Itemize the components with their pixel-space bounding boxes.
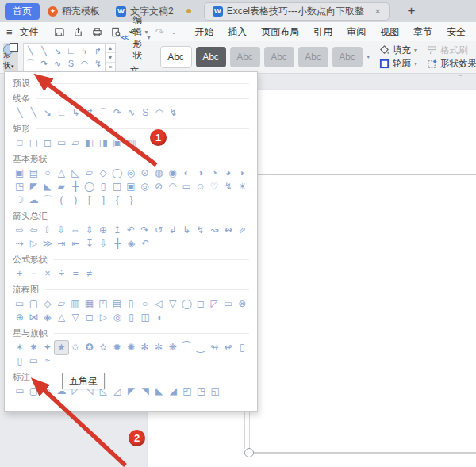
shape-option[interactable]: ⊕ — [96, 224, 110, 237]
shape-option[interactable]: ≫ — [40, 237, 55, 251]
shape-option[interactable]: ↺ — [152, 224, 166, 237]
shape-option[interactable]: ◨ — [97, 136, 111, 150]
shape-option[interactable]: ▣ — [110, 136, 125, 150]
shape-option[interactable]: ☽ — [13, 193, 27, 207]
shape-option[interactable]: ✻ — [138, 341, 152, 354]
shape-option[interactable]: − — [27, 267, 41, 281]
shape-option[interactable]: ◑ — [194, 167, 208, 180]
shape-option[interactable]: ▭ — [13, 385, 27, 398]
shape-option[interactable]: ◻ — [194, 297, 208, 311]
shape-option[interactable]: ▭ — [221, 297, 236, 311]
shape-option[interactable]: ↷ — [138, 224, 152, 237]
shape-option[interactable]: ✩ — [68, 341, 83, 354]
shape-option[interactable]: ↶ — [124, 224, 138, 237]
shape-option[interactable]: ╲ — [27, 106, 41, 120]
shape-option[interactable]: ⊘ — [152, 180, 166, 193]
shape-option[interactable]: ↲ — [166, 224, 180, 237]
shape-option[interactable]: ◤ — [125, 385, 139, 398]
shape-option[interactable]: ▱ — [83, 167, 97, 180]
line-shape-option[interactable]: ↷ — [37, 57, 51, 70]
line-shape-option[interactable]: ∿ — [51, 57, 64, 70]
shape-option[interactable]: ↷ — [110, 106, 125, 120]
menu-tab-安全[interactable]: 安全 — [447, 25, 466, 39]
shape-option[interactable]: ◎ — [110, 311, 125, 324]
shape-option[interactable]: ◺ — [68, 167, 83, 180]
shape-option[interactable]: ✦ — [40, 341, 55, 354]
shape-option[interactable]: ◿ — [110, 385, 125, 398]
tab-excel-doc[interactable]: WExcel表格技巧---小数点向下取整✕ — [204, 2, 390, 21]
shape-option[interactable]: ( — [55, 193, 69, 207]
shape-option[interactable]: ▭ — [13, 297, 27, 311]
shape-option[interactable]: ‿ — [194, 341, 208, 354]
hamburger-icon[interactable]: ≡ — [6, 26, 13, 38]
shape-option[interactable]: ◗ — [236, 167, 250, 180]
shape-option[interactable]: ▯ — [236, 341, 250, 354]
shape-option[interactable]: △ — [55, 311, 69, 324]
shape-option[interactable]: ▭ — [27, 354, 41, 368]
shape-option[interactable]: ⇨ — [13, 224, 27, 237]
shape-option[interactable]: ◔ — [207, 167, 221, 180]
shape-option[interactable]: ◖ — [152, 311, 167, 324]
shape-option[interactable]: ⇗ — [236, 224, 250, 237]
shape-option[interactable]: ◉ — [166, 167, 180, 180]
shape-option[interactable]: ◇ — [40, 297, 55, 311]
shape-effects-button[interactable]: 形状效果▾ — [427, 58, 476, 70]
shape-option[interactable]: ◈ — [40, 311, 55, 324]
shape-option[interactable]: ▷ — [97, 311, 111, 324]
shape-option[interactable]: ▽ — [166, 297, 180, 311]
shape-option[interactable]: ☁ — [27, 193, 41, 207]
menu-tab-视图[interactable]: 视图 — [380, 25, 399, 39]
shape-style-3[interactable]: Abc — [230, 47, 260, 67]
line-shape-option[interactable]: S — [64, 57, 78, 70]
file-menu[interactable]: 文件 — [20, 25, 39, 39]
line-shape-option[interactable]: ↯ — [91, 57, 105, 70]
shape-option[interactable]: ⇕ — [83, 224, 97, 237]
shape-option[interactable]: ◯ — [179, 297, 194, 311]
shape-option[interactable]: ≠ — [83, 267, 97, 281]
shape-option[interactable]: ↧ — [83, 237, 97, 251]
shape-option[interactable]: ○ — [40, 167, 55, 180]
shape-option[interactable]: ◁ — [152, 297, 166, 311]
shape-option[interactable]: ⇔ — [68, 224, 83, 237]
shape-style-4[interactable]: Abc — [264, 47, 294, 67]
save-icon[interactable] — [53, 26, 65, 38]
shape-option[interactable]: ⇢ — [13, 237, 27, 251]
shape-option[interactable]: ↳ — [68, 106, 83, 120]
shape-option[interactable]: ◈ — [125, 237, 139, 251]
outline-button[interactable]: 轮廓▾ — [379, 58, 417, 70]
shape-option[interactable]: ) — [68, 193, 83, 207]
shape-option[interactable]: ◳ — [194, 385, 209, 398]
shape-option[interactable]: ▷ — [27, 237, 41, 251]
shape-style-5[interactable]: Abc — [298, 47, 328, 67]
shape-option[interactable]: [ — [83, 193, 97, 207]
shape-option[interactable]: ◻ — [83, 311, 97, 324]
shape-option[interactable]: ↶ — [138, 237, 152, 251]
shape-option[interactable]: ▭ — [179, 180, 194, 193]
line-shape-option[interactable]: ∟ — [64, 44, 78, 57]
shape-option[interactable]: ◫ — [110, 180, 125, 193]
shapes-button[interactable]: 形状▾ — [3, 43, 18, 71]
shape-option[interactable]: ⊗ — [236, 297, 250, 311]
shape-style-2[interactable]: Abc — [196, 47, 226, 67]
shape-option[interactable]: ☺ — [194, 180, 208, 193]
shape-option[interactable]: ╋ — [110, 237, 125, 251]
shape-option[interactable]: = — [68, 267, 83, 281]
shape-option[interactable]: ◰ — [180, 385, 194, 398]
shape-option[interactable]: ↭ — [221, 224, 236, 237]
shape-option[interactable]: ◱ — [208, 385, 222, 398]
collapse-ribbon-icon[interactable]: ⌃ — [457, 73, 463, 82]
line-shape-option[interactable]: ◠ — [78, 57, 91, 70]
shape-option[interactable]: ◍ — [152, 167, 166, 180]
shape-option[interactable]: ◯ — [83, 180, 97, 193]
shape-option[interactable]: ⇤ — [68, 237, 83, 251]
shape-option[interactable]: ⇦ — [27, 224, 41, 237]
shape-option[interactable]: ☀ — [236, 180, 250, 193]
shape-option[interactable]: ▣ — [13, 167, 27, 180]
shape-option[interactable]: ▢ — [27, 136, 41, 150]
tab-docer[interactable]: ✦稻壳模板 — [40, 3, 108, 20]
shape-option[interactable]: ▢ — [27, 297, 41, 311]
shape-option[interactable]: ◻ — [40, 136, 55, 150]
shape-option[interactable]: ✺ — [124, 341, 138, 354]
shape-option[interactable]: ✼ — [152, 341, 166, 354]
export-icon[interactable] — [72, 26, 84, 38]
